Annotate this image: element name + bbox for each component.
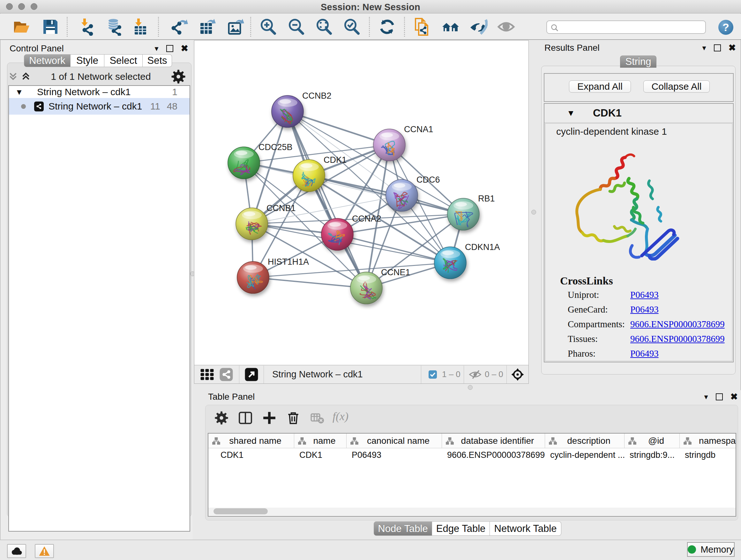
delete-column-icon[interactable] bbox=[286, 411, 300, 425]
network-node-count: 11 bbox=[145, 101, 160, 112]
network-node[interactable] bbox=[374, 129, 405, 161]
warning-icon bbox=[39, 546, 50, 556]
save-session-icon[interactable] bbox=[42, 18, 59, 36]
control-panel-maximize-icon[interactable] bbox=[166, 45, 173, 52]
expand-all-chevron-icon[interactable] bbox=[21, 72, 30, 81]
network-node[interactable] bbox=[236, 208, 268, 240]
network-node[interactable] bbox=[321, 219, 353, 250]
column-header-canonical-name[interactable]: canonical name bbox=[347, 434, 442, 448]
scrollbar-thumb[interactable] bbox=[213, 508, 268, 514]
section-collapse-icon[interactable]: ▼ bbox=[567, 108, 575, 118]
collapse-all-chevron-icon[interactable] bbox=[8, 72, 18, 81]
network-status-dot bbox=[21, 104, 26, 109]
network-node[interactable] bbox=[448, 198, 479, 230]
network-selected-status: 1 of 1 Network selected bbox=[30, 71, 171, 82]
network-node[interactable] bbox=[386, 179, 418, 211]
bottom-splitter-handle[interactable] bbox=[468, 385, 473, 390]
network-row-selected[interactable]: String Network – cdk1 11 48 bbox=[9, 98, 190, 115]
results-panel-title: Results Panel bbox=[544, 43, 600, 53]
network-node[interactable] bbox=[293, 160, 325, 192]
memory-status-dot bbox=[688, 545, 696, 554]
fit-content-crosshair-icon[interactable] bbox=[511, 368, 524, 381]
zoom-fit-icon[interactable] bbox=[315, 18, 333, 36]
control-tab-style[interactable]: Style bbox=[71, 54, 105, 67]
table-tab-edge-table[interactable]: Edge Table bbox=[432, 521, 490, 536]
import-table-icon[interactable] bbox=[131, 18, 149, 36]
search-input[interactable] bbox=[561, 22, 704, 33]
table-horizontal-scrollbar[interactable] bbox=[208, 508, 736, 515]
column-header-database-identifier[interactable]: database identifier bbox=[442, 434, 545, 448]
network-node[interactable] bbox=[434, 247, 466, 279]
results-panel: Results Panel ▾ ✖ String Expand All Coll… bbox=[539, 40, 740, 384]
tree-expand-icon[interactable]: ▼ bbox=[9, 87, 29, 97]
hidden-eye-icon[interactable] bbox=[469, 370, 482, 379]
control-panel-float-icon[interactable]: ▾ bbox=[154, 44, 158, 53]
birds-eye-view-icon[interactable] bbox=[200, 368, 214, 381]
column-header-description[interactable]: description bbox=[545, 434, 624, 448]
selected-checkbox-icon[interactable] bbox=[428, 370, 437, 379]
refresh-icon[interactable] bbox=[378, 18, 396, 36]
help-icon[interactable]: ? bbox=[718, 20, 733, 35]
add-column-icon[interactable] bbox=[262, 411, 276, 425]
column-header-namespace[interactable]: namespace bbox=[680, 434, 736, 448]
import-network-from-database-icon[interactable] bbox=[106, 18, 124, 36]
memory-label: Memory bbox=[700, 544, 734, 555]
open-session-icon[interactable] bbox=[13, 18, 30, 36]
warning-button[interactable] bbox=[35, 544, 54, 558]
copy-network-icon[interactable] bbox=[414, 18, 431, 36]
network-node[interactable] bbox=[237, 261, 269, 294]
results-section-header[interactable]: ▼ CDK1 bbox=[544, 104, 733, 123]
expand-all-button[interactable]: Expand All bbox=[569, 80, 631, 92]
crosslink-value-link[interactable]: 9606.ENSP00000378699 bbox=[630, 334, 725, 344]
results-panel-float-icon[interactable]: ▾ bbox=[702, 44, 706, 52]
network-collection-row[interactable]: ▼ String Network – cdk1 1 bbox=[9, 86, 190, 98]
delete-table-icon[interactable] bbox=[310, 411, 324, 425]
control-tab-sets[interactable]: Sets bbox=[143, 54, 172, 67]
results-tab-string[interactable]: String bbox=[620, 56, 657, 68]
collapse-all-button[interactable]: Collapse All bbox=[643, 80, 710, 92]
export-table-icon[interactable] bbox=[199, 18, 217, 36]
show-column-icon[interactable] bbox=[239, 411, 253, 425]
network-collection-label: String Network – cdk1 bbox=[37, 86, 158, 98]
import-network-icon[interactable] bbox=[77, 18, 95, 36]
hide-selected-icon[interactable] bbox=[470, 18, 488, 36]
column-header-shared-name[interactable]: shared name bbox=[208, 434, 294, 448]
crosslink-value-link[interactable]: P06493 bbox=[630, 304, 659, 315]
table-panel-maximize-icon[interactable] bbox=[716, 393, 723, 400]
network-node[interactable] bbox=[272, 96, 304, 127]
crosslink-row: Tissues:9606.ENSP00000378699 bbox=[568, 334, 729, 348]
network-share-icon[interactable] bbox=[219, 368, 233, 381]
cloud-button[interactable] bbox=[7, 544, 26, 558]
table-panel-close-icon[interactable]: ✖ bbox=[731, 393, 738, 400]
control-tab-network[interactable]: Network bbox=[24, 54, 71, 67]
column-header-name[interactable]: name bbox=[294, 434, 347, 448]
network-options-gear-icon[interactable] bbox=[171, 69, 186, 84]
control-tab-select[interactable]: Select bbox=[105, 54, 143, 67]
network-node[interactable] bbox=[228, 147, 260, 179]
results-panel-close-icon[interactable]: ✖ bbox=[729, 44, 736, 51]
column-header-id[interactable]: @id bbox=[624, 434, 680, 448]
function-builder-icon[interactable]: f(x) bbox=[333, 410, 348, 423]
show-all-icon[interactable] bbox=[497, 18, 515, 36]
zoom-selected-icon[interactable] bbox=[343, 18, 360, 36]
crosslink-value-link[interactable]: P06493 bbox=[630, 290, 659, 300]
right-splitter-handle[interactable] bbox=[531, 210, 536, 214]
network-canvas[interactable]: CCNB2CCNA1CDC25BCDK1CDC6RB1CCNB1CCNA2CDK… bbox=[194, 40, 529, 365]
network-node[interactable] bbox=[350, 272, 382, 304]
crosslink-value-link[interactable]: P06493 bbox=[630, 348, 659, 359]
table-tab-node-table[interactable]: Node Table bbox=[374, 521, 432, 536]
memory-button[interactable]: Memory bbox=[687, 542, 735, 557]
table-options-gear-icon[interactable] bbox=[214, 411, 228, 425]
zoom-in-icon[interactable] bbox=[259, 18, 277, 36]
results-panel-maximize-icon[interactable] bbox=[714, 44, 721, 51]
table-row[interactable]: CDK1CDK1P064939606.ENSP00000378699cyclin… bbox=[208, 448, 736, 462]
open-in-window-icon[interactable] bbox=[245, 368, 259, 381]
crosslink-value-link[interactable]: 9606.ENSP00000378699 bbox=[630, 319, 725, 329]
table-panel-float-icon[interactable]: ▾ bbox=[704, 392, 708, 401]
first-neighbors-icon[interactable] bbox=[442, 18, 460, 36]
export-image-icon[interactable] bbox=[227, 18, 246, 36]
table-tab-network-table[interactable]: Network Table bbox=[490, 521, 561, 536]
zoom-out-icon[interactable] bbox=[287, 18, 305, 36]
control-panel-close-icon[interactable]: ✖ bbox=[181, 45, 188, 52]
export-network-icon[interactable] bbox=[171, 18, 188, 36]
